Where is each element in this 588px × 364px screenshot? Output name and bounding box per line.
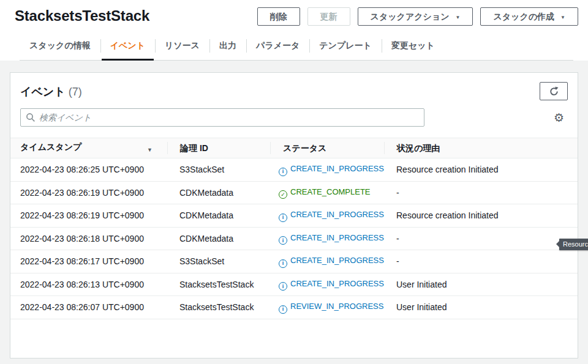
event-status-text: CREATE_IN_PROGRESS [290, 279, 384, 288]
event-logical-id: CDKMetadata [167, 204, 270, 228]
event-status-text: CREATE_COMPLETE [290, 187, 371, 196]
event-logical-id: S3StackSet [167, 158, 270, 182]
search-box [20, 108, 424, 127]
event-status-reason: - [384, 181, 578, 204]
event-status: iCREATE_IN_PROGRESS [279, 255, 384, 268]
create-stack-dropdown[interactable]: スタックの作成▼ [480, 7, 578, 26]
info-circle-icon[interactable]: i [279, 259, 287, 268]
page-title: StacksetsTestStack [15, 6, 149, 24]
event-logical-id: CDKMetadata [167, 227, 270, 250]
table-row[interactable]: 2022-04-23 08:26:07 UTC+0900 StacksetsTe… [10, 296, 578, 319]
event-status-text: CREATE_IN_PROGRESS [290, 233, 384, 242]
content-area: イベント (7) ⚙ [0, 61, 588, 364]
stack-actions-dropdown[interactable]: スタックアクション▼ [358, 7, 473, 26]
event-status-reason: Resource creation Initiated [384, 204, 578, 228]
event-timestamp: 2022-04-23 08:26:17 UTC+0900 [10, 250, 167, 273]
info-circle-icon[interactable]: i [279, 168, 287, 176]
events-panel-title: イベント (7) [20, 82, 82, 99]
event-logical-id: StacksetsTestStack [167, 296, 270, 319]
events-panel: イベント (7) ⚙ [10, 72, 578, 358]
event-logical-id: StacksetsTestStack [167, 273, 270, 296]
tab-template[interactable]: テンプレート [309, 35, 382, 60]
info-circle-icon[interactable]: i [279, 214, 287, 222]
sort-descending-icon: ▼ [147, 144, 153, 156]
table-row[interactable]: 2022-04-23 08:26:13 UTC+0900 StacksetsTe… [10, 273, 578, 296]
event-status: iCREATE_IN_PROGRESS [279, 278, 384, 291]
event-timestamp: 2022-04-23 08:26:25 UTC+0900 [10, 158, 167, 182]
event-timestamp: 2022-04-23 08:26:13 UTC+0900 [10, 273, 167, 296]
event-status-reason: Resource creation Initiated [384, 158, 578, 182]
event-status-text: CREATE_IN_PROGRESS [290, 210, 384, 219]
tab-parameters[interactable]: パラメータ [246, 35, 309, 60]
table-row[interactable]: 2022-04-23 08:26:19 UTC+0900 CDKMetadata… [10, 181, 578, 204]
table-header-row: タイムスタンプ ▼ 論理 ID ステータス 状況の理由 [10, 138, 578, 158]
tab-stack-info[interactable]: スタックの情報 [20, 35, 100, 60]
search-icon [26, 113, 36, 122]
refresh-icon [549, 86, 559, 97]
events-count: (7) [69, 86, 82, 98]
events-table-body: 2022-04-23 08:26:25 UTC+0900 S3StackSet … [10, 158, 578, 319]
info-circle-icon[interactable]: i [279, 236, 287, 245]
table-row[interactable]: 2022-04-23 08:26:18 UTC+0900 CDKMetadata… [10, 227, 578, 250]
page-header: StacksetsTestStack 削除 更新 スタックアクション▼ スタック… [0, 0, 588, 61]
event-status: ✓CREATE_COMPLETE [279, 187, 384, 199]
event-status-text: CREATE_IN_PROGRESS [290, 256, 384, 265]
event-status-reason: - [384, 250, 578, 273]
event-timestamp: 2022-04-23 08:26:07 UTC+0900 [10, 296, 167, 319]
event-status: iREVIEW_IN_PROGRESS [279, 301, 384, 314]
search-input[interactable] [20, 108, 424, 127]
tab-resources[interactable]: リソース [155, 35, 209, 60]
tab-events[interactable]: イベント [100, 35, 155, 60]
info-circle-icon[interactable]: i [279, 282, 287, 291]
tab-outputs[interactable]: 出力 [209, 35, 246, 60]
event-status: iCREATE_IN_PROGRESS [279, 209, 384, 222]
delete-button[interactable]: 削除 [257, 7, 300, 26]
column-header-status[interactable]: ステータス [270, 138, 384, 158]
event-logical-id: CDKMetadata [167, 181, 270, 204]
event-status-reason: User Initiated [384, 273, 578, 296]
check-circle-icon[interactable]: ✓ [279, 190, 287, 199]
event-status-text: CREATE_IN_PROGRESS [290, 164, 384, 173]
tab-bar: スタックの情報 イベント リソース 出力 パラメータ テンプレート 変更セット [20, 35, 573, 61]
column-header-timestamp[interactable]: タイムスタンプ ▼ [10, 138, 167, 158]
event-timestamp: 2022-04-23 08:26:18 UTC+0900 [10, 227, 167, 250]
chevron-down-icon: ▼ [560, 12, 565, 23]
status-reason-tooltip: Resource [559, 239, 588, 250]
update-button[interactable]: 更新 [307, 7, 350, 26]
refresh-button[interactable] [540, 82, 568, 100]
event-status-reason: User Initiated [384, 296, 578, 319]
gear-icon[interactable]: ⚙ [550, 112, 568, 124]
info-circle-icon[interactable]: i [279, 305, 287, 314]
chevron-down-icon: ▼ [456, 12, 461, 23]
column-header-status-reason[interactable]: 状況の理由 [384, 138, 578, 158]
event-timestamp: 2022-04-23 08:26:19 UTC+0900 [10, 204, 167, 228]
event-status: iCREATE_IN_PROGRESS [279, 232, 384, 245]
table-row[interactable]: 2022-04-23 08:26:25 UTC+0900 S3StackSet … [10, 158, 578, 182]
event-status-text: REVIEW_IN_PROGRESS [290, 302, 383, 311]
event-logical-id: S3StackSet [167, 250, 270, 273]
event-status-reason: - [384, 227, 578, 250]
stack-action-buttons: 削除 更新 スタックアクション▼ スタックの作成▼ [257, 6, 578, 26]
events-table: タイムスタンプ ▼ 論理 ID ステータス 状況の理由 2022-04-23 0… [10, 138, 578, 319]
event-status: iCREATE_IN_PROGRESS [279, 163, 384, 176]
table-row[interactable]: 2022-04-23 08:26:17 UTC+0900 S3StackSet … [10, 250, 578, 273]
event-timestamp: 2022-04-23 08:26:19 UTC+0900 [10, 181, 167, 204]
table-row[interactable]: 2022-04-23 08:26:19 UTC+0900 CDKMetadata… [10, 204, 578, 228]
tab-change-sets[interactable]: 変更セット [382, 35, 445, 60]
column-header-logical-id[interactable]: 論理 ID [167, 138, 270, 158]
